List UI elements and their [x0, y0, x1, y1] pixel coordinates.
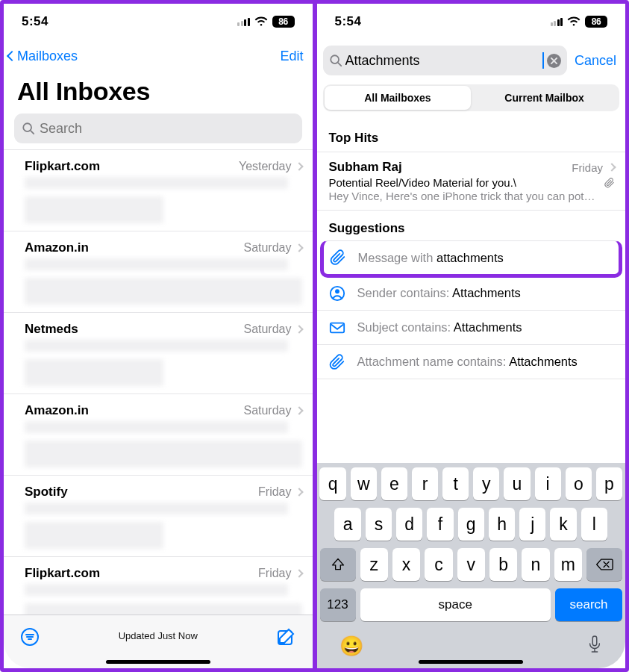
- suggestion-person[interactable]: Sender contains: Attachments: [317, 276, 626, 311]
- tophit-sender: Subham Raj: [329, 160, 402, 175]
- suggestion-envelope[interactable]: Subject contains: Attachments: [317, 311, 626, 345]
- key-h[interactable]: h: [489, 508, 515, 541]
- key-q[interactable]: q: [319, 467, 345, 500]
- key-k[interactable]: k: [550, 508, 576, 541]
- suggestion-lead: Attachment name contains:: [357, 355, 510, 368]
- key-d[interactable]: d: [396, 508, 422, 541]
- key-x[interactable]: x: [392, 548, 420, 581]
- message-date: Friday: [258, 485, 291, 499]
- message-sender: Spotify: [25, 485, 68, 500]
- home-indicator[interactable]: [419, 660, 523, 664]
- chevron-right-icon: [295, 488, 303, 496]
- chevron-right-icon: [295, 325, 303, 333]
- tophit-subject: Potential Reel/Video Material for you.\: [329, 176, 616, 189]
- search-key[interactable]: search: [555, 588, 622, 621]
- back-button[interactable]: Mailboxes: [8, 49, 78, 64]
- section-header-tophits: Top Hits: [317, 120, 626, 152]
- wifi-icon: [567, 16, 581, 27]
- wifi-icon: [254, 16, 268, 27]
- search-icon: [22, 122, 35, 135]
- tophit-preview: Hey Vince, Here's one iPhone trick that …: [329, 190, 616, 202]
- key-u[interactable]: u: [504, 467, 530, 500]
- message-row[interactable]: Flipkart.comFriday: [4, 557, 313, 615]
- message-sender: Amazon.in: [25, 240, 89, 255]
- key-n[interactable]: n: [522, 548, 549, 581]
- cellular-icon: [551, 17, 563, 26]
- compose-icon[interactable]: [276, 627, 295, 647]
- mic-key[interactable]: [586, 635, 603, 659]
- message-sender: Amazon.in: [25, 403, 89, 418]
- message-row[interactable]: Flipkart.comYesterday: [4, 149, 313, 231]
- message-row[interactable]: Amazon.inSaturday: [4, 231, 313, 313]
- key-s[interactable]: s: [366, 508, 392, 541]
- num-key[interactable]: 123: [320, 588, 356, 621]
- suggestion-lead: Sender contains:: [357, 286, 453, 299]
- key-i[interactable]: i: [535, 467, 561, 500]
- key-f[interactable]: f: [427, 508, 453, 541]
- key-m[interactable]: m: [554, 548, 582, 581]
- search-icon: [329, 54, 342, 67]
- shift-key[interactable]: [320, 548, 356, 581]
- message-date: Yesterday: [239, 160, 292, 173]
- key-v[interactable]: v: [457, 548, 485, 581]
- cancel-button[interactable]: Cancel: [575, 53, 616, 69]
- tophit-date: Friday: [572, 161, 603, 174]
- status-icons: 86: [551, 16, 608, 28]
- key-a[interactable]: a: [334, 508, 360, 541]
- toolbar-status: Updated Just Now: [119, 630, 198, 641]
- space-key[interactable]: space: [360, 588, 551, 621]
- emoji-key[interactable]: 😀: [339, 635, 363, 659]
- chevron-right-icon: [295, 162, 303, 170]
- seg-current-mailbox[interactable]: Current Mailbox: [471, 86, 618, 110]
- key-l[interactable]: l: [581, 508, 607, 541]
- svg-line-1: [31, 131, 34, 134]
- svg-point-7: [331, 55, 339, 63]
- message-row[interactable]: SpotifyFriday: [4, 476, 313, 557]
- clear-button[interactable]: [547, 54, 561, 68]
- suggestion-lead: Message with: [358, 251, 436, 264]
- chevron-right-icon: [295, 406, 303, 414]
- edit-button[interactable]: Edit: [280, 49, 303, 64]
- key-w[interactable]: w: [351, 467, 377, 500]
- message-row[interactable]: Amazon.inSaturday: [4, 394, 313, 476]
- chevron-left-icon: [7, 51, 17, 61]
- backspace-key[interactable]: [586, 548, 622, 581]
- key-e[interactable]: e: [381, 467, 407, 500]
- search-field[interactable]: [14, 113, 302, 143]
- search-input[interactable]: [40, 121, 295, 137]
- key-c[interactable]: c: [425, 548, 452, 581]
- message-row[interactable]: NetmedsSaturday: [4, 313, 313, 394]
- person-icon: [329, 285, 345, 302]
- seg-all-mailboxes[interactable]: All Mailboxes: [325, 86, 472, 110]
- key-b[interactable]: b: [489, 548, 517, 581]
- key-p[interactable]: p: [596, 467, 622, 500]
- key-g[interactable]: g: [458, 508, 484, 541]
- keyboard[interactable]: qwertyuiop asdfghjkl zxcvbnm 123 space s…: [317, 463, 626, 668]
- message-date: Friday: [258, 567, 291, 580]
- key-y[interactable]: y: [473, 467, 499, 500]
- scope-segmented-control[interactable]: All Mailboxes Current Mailbox: [323, 84, 620, 111]
- svg-point-0: [23, 123, 31, 131]
- suggestion-paperclip[interactable]: Message with attachments: [320, 240, 623, 278]
- suggestion-term: attachments: [436, 251, 504, 264]
- chevron-right-icon: [295, 243, 303, 252]
- status-bar: 5:54 86: [4, 4, 313, 40]
- status-bar: 5:54 86: [317, 4, 626, 40]
- tophit-row[interactable]: Subham Raj Friday Potential Reel/Video M…: [317, 152, 626, 211]
- search-field[interactable]: [323, 46, 567, 75]
- message-sender: Flipkart.com: [25, 566, 100, 581]
- suggestion-paperclip[interactable]: Attachment name contains: Attachments: [317, 345, 626, 379]
- cellular-icon: [237, 17, 250, 26]
- message-sender: Netmeds: [25, 322, 78, 337]
- key-r[interactable]: r: [412, 467, 438, 500]
- back-label: Mailboxes: [17, 49, 78, 64]
- key-j[interactable]: j: [519, 508, 545, 541]
- search-input[interactable]: [345, 53, 539, 69]
- key-z[interactable]: z: [360, 548, 388, 581]
- key-t[interactable]: t: [442, 467, 469, 500]
- message-list[interactable]: Flipkart.comYesterdayAmazon.inSaturdayNe…: [4, 149, 313, 615]
- key-o[interactable]: o: [566, 467, 592, 500]
- page-title: All Inboxes: [4, 72, 313, 113]
- filter-icon[interactable]: [20, 627, 40, 647]
- home-indicator[interactable]: [106, 660, 210, 664]
